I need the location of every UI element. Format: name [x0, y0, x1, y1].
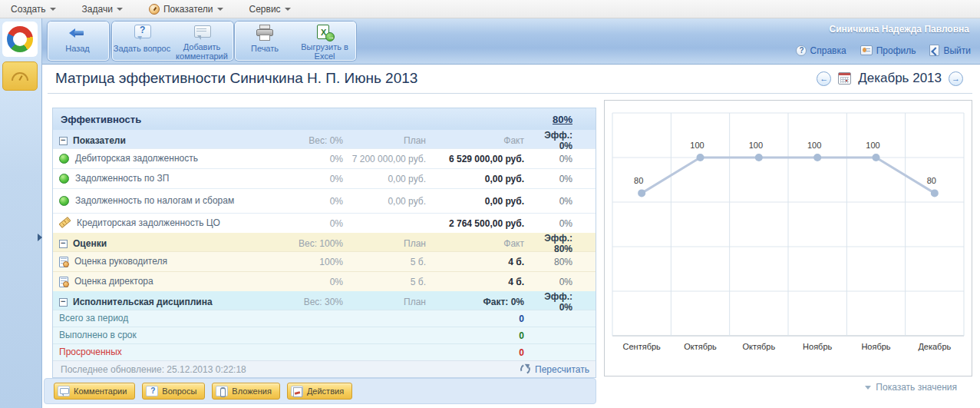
collapse-icon[interactable] [59, 298, 68, 307]
chevron-down-icon [285, 8, 291, 11]
efficiency-chart: 80Сентябрь100Октябрь100Октябрь100Ноябрь1… [604, 100, 972, 376]
left-sidebar [0, 18, 42, 408]
profile-link[interactable]: Профиль [860, 45, 916, 56]
collapse-icon[interactable] [59, 137, 68, 145]
sidebar-item-matrix[interactable] [2, 61, 38, 91]
attachments-label: Вложения [232, 386, 272, 396]
svg-text:80: 80 [634, 176, 643, 185]
row-label: Дебиторская задолженность [75, 154, 198, 164]
period-navigation: Декабрь 2013 [817, 71, 963, 86]
app-window: Создать Задачи Показатели Сервис [0, 0, 980, 408]
row-eff: 0% [529, 277, 596, 287]
svg-text:Октябрь: Октябрь [684, 342, 717, 351]
svg-text:Ноябрь: Ноябрь [803, 342, 832, 351]
section-row-discipline: Исполнительская дисциплина Вес: 30% План… [53, 291, 596, 310]
print-button[interactable]: Печать [235, 22, 295, 61]
col-plan-header: План [343, 135, 429, 146]
add-comment-button[interactable]: Добавить комментарий [172, 22, 232, 61]
green-status-icon [59, 196, 69, 206]
actions-icon [291, 386, 303, 396]
row-fact: 2 764 500,00 руб. [429, 218, 529, 229]
section-row-assessments: Оценки Вес: 100% План Факт Эфф.: 80% [53, 233, 596, 251]
chevron-down-icon [50, 8, 56, 11]
row-value: 0 [429, 330, 529, 341]
exit-door-icon [929, 45, 939, 56]
row-value: 0 [429, 347, 529, 358]
table-title: Эффективность [61, 114, 141, 125]
table-row[interactable]: Дебиторская задолженность 0% 7 200 000,0… [53, 148, 596, 168]
row-plan: 5 б. [343, 257, 429, 267]
table-row: Просроченных 0 [53, 343, 596, 360]
menu-create[interactable]: Создать [11, 4, 56, 15]
menu-indicators[interactable]: Показатели [149, 4, 223, 15]
row-weight: 0% [283, 174, 343, 184]
print-label: Печать [251, 44, 279, 53]
calendar-icon[interactable] [838, 72, 851, 85]
section-label: Показатели [73, 136, 126, 146]
comment-bubble-icon [192, 24, 212, 41]
menu-tasks-label: Задачи [82, 4, 113, 15]
sidebar-expand-handle[interactable] [38, 234, 42, 241]
svg-text:80: 80 [927, 176, 936, 185]
ask-question-button[interactable]: Задать вопрос [112, 22, 172, 61]
actions-button[interactable]: Действия [287, 383, 352, 400]
row-weight: 100% [283, 257, 343, 267]
table-row: Выполнено в срок 0 [53, 327, 596, 343]
row-weight: 0% [283, 277, 343, 287]
question-icon [146, 386, 158, 396]
efficiency-table: Эффективность 80% Показатели Вес: 0% Пла… [52, 108, 596, 378]
period-label: Декабрь 2013 [858, 71, 942, 86]
gauge-icon [12, 72, 28, 81]
col-fact-header: Факт [429, 135, 529, 146]
menu-indicators-label: Показатели [163, 4, 213, 15]
table-row[interactable]: Оценка руководителя 100% 5 б. 4 б. 80% [53, 251, 596, 271]
previous-period-button[interactable] [817, 71, 831, 86]
next-period-button[interactable] [949, 71, 963, 86]
row-plan: 5 б. [343, 277, 429, 287]
export-excel-button[interactable]: Выгрузить в Excel [295, 22, 355, 61]
section-label: Оценки [73, 239, 107, 249]
last-updated-text: Последнее обновление: 25.12.2013 0:22:18 [61, 364, 246, 375]
menu-service[interactable]: Сервис [249, 4, 291, 15]
section-eff: Эфф.: 80% [529, 233, 596, 254]
table-row[interactable]: Кредиторская задолженность ЦО 0% 2 764 5… [53, 213, 596, 233]
page-title: Матрица эффективности Синичкина Н. П. Ию… [55, 70, 417, 87]
row-weight: 0% [283, 218, 343, 229]
ruler-icon [59, 217, 71, 228]
excel-export-icon [315, 24, 335, 41]
row-value: 0 [429, 313, 529, 324]
svg-text:100: 100 [690, 141, 704, 150]
table-row[interactable]: Задолженность по ЗП 0% 0,00 руб. 0,00 ру… [53, 168, 596, 188]
table-row[interactable]: Задолженность по налогам и сборам 0% 0,0… [53, 188, 596, 213]
row-label: Оценка директора [74, 277, 153, 287]
menu-tasks[interactable]: Задачи [82, 4, 123, 15]
row-label: Просроченных [53, 347, 283, 357]
back-button[interactable]: Назад [48, 22, 107, 61]
col-plan-header: План [343, 238, 429, 249]
row-fact: 4 б. [429, 277, 529, 287]
section-weight: Вес: 30% [283, 297, 343, 307]
report-person-icon [59, 257, 68, 267]
report-person-icon [59, 277, 68, 287]
logout-link[interactable]: Выйти [929, 45, 971, 56]
col-plan-header: План [343, 297, 429, 307]
collapse-icon[interactable] [59, 240, 68, 248]
row-plan: 7 200 000,00 руб. [343, 154, 429, 164]
actions-label: Действия [307, 386, 344, 396]
add-comment-label: Добавить комментарий [172, 42, 232, 61]
questions-button[interactable]: Вопросы [142, 383, 205, 400]
efficiency-total-link[interactable]: 80% [553, 114, 572, 125]
attachments-button[interactable]: Вложения [212, 383, 280, 400]
row-label: Задолженность по налогам и сборам [75, 196, 234, 206]
profile-card-icon [860, 45, 873, 55]
user-name: Синичкина Надежда Павловна [830, 24, 970, 35]
show-values-link[interactable]: Показать значения [865, 382, 957, 393]
app-logo[interactable] [2, 22, 38, 57]
help-link[interactable]: Справка [796, 45, 846, 56]
toolbar: Назад Задать вопрос Добавить комментарий… [42, 18, 980, 65]
recalculate-link[interactable]: Пересчитать [520, 363, 589, 375]
show-values-label: Показать значения [876, 382, 957, 393]
comments-button[interactable]: Комментарии [54, 383, 135, 400]
table-row[interactable]: Оценка директора 0% 5 б. 4 б. 0% [53, 271, 596, 291]
logo-ring-icon [7, 26, 33, 52]
